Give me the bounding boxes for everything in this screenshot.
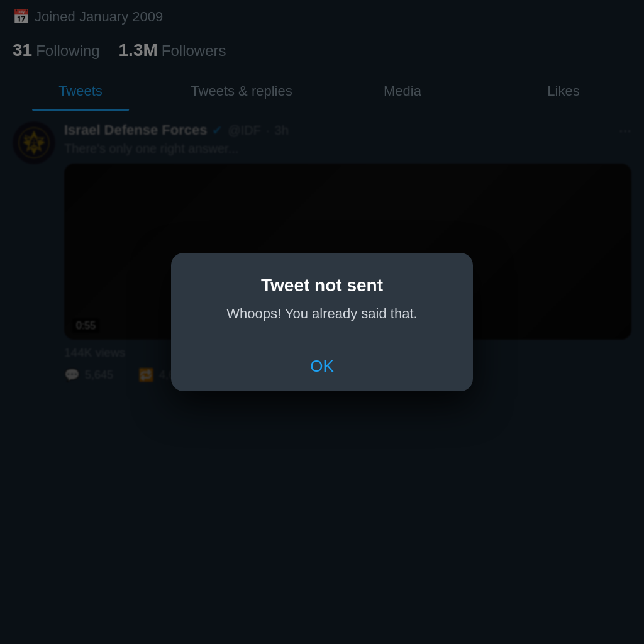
modal-overlay: Tweet not sent Whoops! You already said … [0,0,644,644]
modal-actions: OK [171,341,473,391]
ok-button[interactable]: OK [171,341,473,391]
modal-title: Tweet not sent [196,275,448,296]
modal-body: Tweet not sent Whoops! You already said … [171,253,473,341]
modal-message: Whoops! You already said that. [196,304,448,324]
modal-dialog: Tweet not sent Whoops! You already said … [171,253,473,392]
